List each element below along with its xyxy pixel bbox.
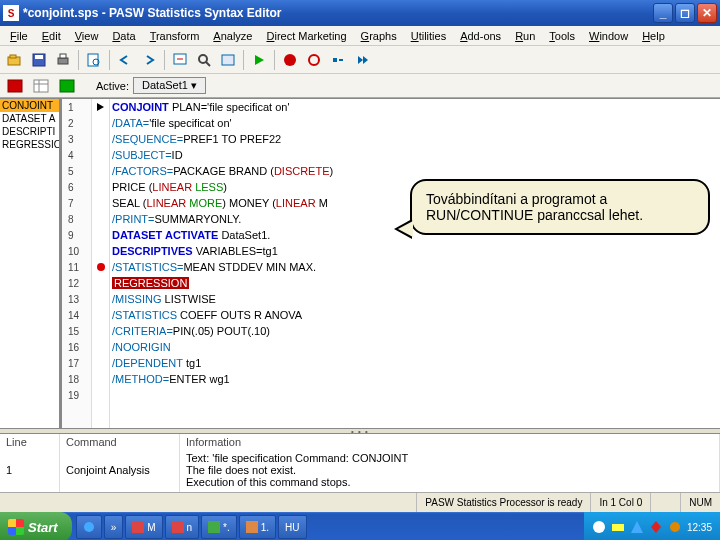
tray-icon-5[interactable]	[668, 520, 682, 534]
menu-file[interactable]: File	[4, 28, 34, 44]
code-line[interactable]: DESCRIPTIVES VARIABLES=tg1	[110, 243, 720, 259]
tray-icon-4[interactable]	[649, 520, 663, 534]
code-line[interactable]: /NOORIGIN	[110, 339, 720, 355]
info-hdr-line: Line	[6, 436, 53, 452]
line-number: 9	[62, 227, 91, 243]
code-token: REGRESSION	[112, 277, 189, 289]
undo-icon[interactable]	[114, 49, 136, 71]
nav-item-regression[interactable]: REGRESSIO	[0, 138, 59, 151]
code-line[interactable]	[110, 387, 720, 403]
print-icon[interactable]	[52, 49, 74, 71]
code-line[interactable]: /METHOD=ENTER wg1	[110, 371, 720, 387]
nav-item-descriptives[interactable]: DESCRIPTI	[0, 125, 59, 138]
code-token: /STATISTICS=	[112, 261, 183, 273]
ds-icon-1[interactable]	[4, 75, 26, 97]
taskbar-item-3[interactable]: *.	[201, 515, 237, 539]
code-line[interactable]: /SUBJECT=ID	[110, 147, 720, 163]
status-bar: PASW Statistics Processor is ready In 1 …	[0, 492, 720, 512]
taskbar-item-2[interactable]: n	[165, 515, 200, 539]
menu-addons[interactable]: Add-ons	[454, 28, 507, 44]
code-token: DATASET ACTIVATE	[112, 229, 218, 241]
nav-item-conjoint[interactable]: CONJOINT	[0, 99, 59, 112]
callout-line2: RUN/CONTINUE paranccsal lehet.	[426, 207, 694, 223]
code-line[interactable]: /FACTORS=PACKAGE BRAND (DISCRETE)	[110, 163, 720, 179]
svg-rect-6	[88, 54, 98, 66]
step-icon[interactable]	[327, 49, 349, 71]
code-token: tg1	[183, 357, 201, 369]
svg-point-14	[309, 55, 319, 65]
continue-icon[interactable]	[351, 49, 373, 71]
nav-item-dataset[interactable]: DATASET A	[0, 112, 59, 125]
close-button[interactable]: ✕	[697, 3, 717, 23]
svg-rect-24	[132, 521, 144, 533]
breakpoint-icon[interactable]	[303, 49, 325, 71]
marker-slot	[92, 131, 109, 147]
svg-rect-15	[333, 58, 337, 62]
goto-icon[interactable]	[169, 49, 191, 71]
line-number: 5	[62, 163, 91, 179]
info-hdr-command: Command	[66, 436, 173, 452]
status-processor: PASW Statistics Processor is ready	[416, 493, 590, 512]
code-line[interactable]: /CRITERIA=PIN(.05) POUT(.10)	[110, 323, 720, 339]
maximize-button[interactable]: ◻	[675, 3, 695, 23]
start-label: Start	[28, 520, 58, 535]
menu-help[interactable]: Help	[636, 28, 671, 44]
code-line[interactable]: CONJOINT PLAN='file specificat on'	[110, 99, 720, 115]
code-line[interactable]: /DATA='file specificat on'	[110, 115, 720, 131]
menu-analyze[interactable]: Analyze	[207, 28, 258, 44]
taskbar-quicklaunch[interactable]	[76, 515, 102, 539]
menu-tools[interactable]: Tools	[543, 28, 581, 44]
breakpoint-dot-icon	[97, 263, 105, 271]
code-line[interactable]: /STATISTICS=MEAN STDDEV MIN MAX.	[110, 259, 720, 275]
menu-data[interactable]: Data	[106, 28, 141, 44]
syntax-editor[interactable]: Továbbindítani a programot a RUN/CONTINU…	[110, 99, 720, 428]
menu-utilities[interactable]: Utilities	[405, 28, 452, 44]
tray-icon-1[interactable]	[592, 520, 606, 534]
menu-graphs[interactable]: Graphs	[355, 28, 403, 44]
menu-edit[interactable]: Edit	[36, 28, 67, 44]
dataset-selector[interactable]: DataSet1 ▾	[133, 77, 206, 94]
system-tray[interactable]: 12:35	[584, 512, 720, 540]
nav-pane[interactable]: CONJOINT DATASET A DESCRIPTI REGRESSIO	[0, 99, 62, 428]
code-line[interactable]: /SEQUENCE=PREF1 TO PREF22	[110, 131, 720, 147]
code-line[interactable]: /STATISTICS COEFF OUTS R ANOVA	[110, 307, 720, 323]
menu-transform[interactable]: Transform	[144, 28, 206, 44]
taskbar-item-5[interactable]: HU	[278, 515, 306, 539]
stop-icon[interactable]	[279, 49, 301, 71]
code-line[interactable]: /DEPENDENT tg1	[110, 355, 720, 371]
tray-icon-3[interactable]	[630, 520, 644, 534]
ds-icon-2[interactable]	[30, 75, 52, 97]
menu-window[interactable]: Window	[583, 28, 634, 44]
svg-point-13	[284, 54, 296, 66]
taskbar-item-4[interactable]: 1.	[239, 515, 276, 539]
minimize-button[interactable]: _	[653, 3, 673, 23]
menu-directmarketing[interactable]: Direct Marketing	[260, 28, 352, 44]
tray-icon-2[interactable]	[611, 520, 625, 534]
taskbar-more[interactable]: »	[104, 515, 124, 539]
run-icon[interactable]	[248, 49, 270, 71]
taskbar-item-1[interactable]: M	[125, 515, 162, 539]
info-text-2: The file does not exist.	[186, 464, 713, 476]
menu-view[interactable]: View	[69, 28, 105, 44]
marker-slot	[92, 323, 109, 339]
tray-clock[interactable]: 12:35	[687, 522, 712, 533]
preview-icon[interactable]	[83, 49, 105, 71]
code-token: DESCRIPTIVES	[112, 245, 193, 257]
svg-point-28	[593, 521, 605, 533]
redo-icon[interactable]	[138, 49, 160, 71]
code-token: LINEAR	[146, 197, 186, 209]
open-icon[interactable]	[4, 49, 26, 71]
save-icon[interactable]	[28, 49, 50, 71]
code-line[interactable]: /MISSING LISTWISE	[110, 291, 720, 307]
start-button[interactable]: Start	[0, 512, 72, 540]
menu-run[interactable]: Run	[509, 28, 541, 44]
code-token: PRICE (	[112, 181, 152, 193]
dialog-icon[interactable]	[217, 49, 239, 71]
ds-icon-3[interactable]	[56, 75, 78, 97]
code-token: SUMMARYONLY.	[154, 213, 241, 225]
find-icon[interactable]	[193, 49, 215, 71]
line-number: 2	[62, 115, 91, 131]
code-token: /METHOD=	[112, 373, 169, 385]
code-token: 'file specificat on'	[149, 117, 231, 129]
code-line[interactable]: REGRESSION	[110, 275, 720, 291]
